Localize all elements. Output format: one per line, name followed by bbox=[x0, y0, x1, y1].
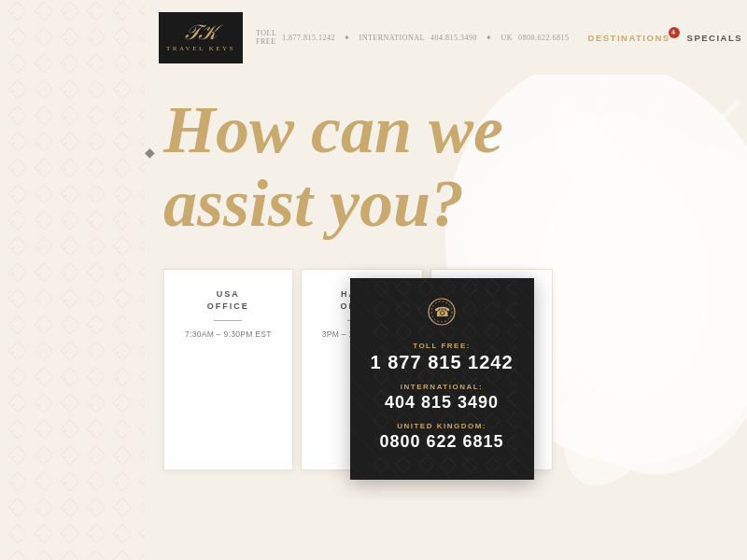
uk-number: 0800.622.6815 bbox=[518, 34, 570, 42]
logo[interactable]: 𝒯𝒦 TRAVEL KEYS bbox=[159, 12, 243, 63]
main-nav: DESTINATIONS 4 SPECIALS ABOUT US CONTACT… bbox=[588, 27, 747, 48]
nav-specials[interactable]: SPECIALS bbox=[687, 33, 743, 43]
hero-line1: How can we bbox=[163, 93, 747, 167]
logo-text: TRAVEL KEYS bbox=[166, 45, 235, 52]
toll-free-number: 1.877.815.1242 bbox=[282, 34, 335, 42]
intl-number: 404.815.3490 bbox=[430, 34, 477, 42]
main-content: How can we assist you? USA OFFICE 7:30AM… bbox=[0, 75, 747, 470]
destinations-badge: 4 bbox=[669, 27, 680, 38]
svg-rect-18 bbox=[366, 278, 517, 480]
phone-card: ☎ TOLL FREE: 1 877 815 1242 INTERNATIONA… bbox=[350, 278, 534, 480]
usa-hours: 7:30AM – 9:30PM EST bbox=[185, 329, 272, 341]
header-phones: TOLL FREE 1.877.815.1242 ✦ INTERNATIONAL… bbox=[256, 29, 570, 46]
separator2: ✦ bbox=[486, 34, 493, 42]
hero-heading: How can we assist you? bbox=[163, 93, 747, 241]
intl-label: INTERNATIONAL bbox=[359, 34, 426, 42]
header: 𝒯𝒦 TRAVEL KEYS TOLL FREE 1.877.815.1242 … bbox=[0, 0, 747, 75]
usa-office-title: USA OFFICE bbox=[185, 288, 272, 312]
separator1: ✦ bbox=[344, 34, 351, 42]
offices-row: USA OFFICE 7:30AM – 9:30PM EST HAWAII OF… bbox=[163, 269, 747, 470]
logo-icon: 𝒯𝒦 bbox=[184, 22, 218, 43]
toll-free-label: TOLL FREE bbox=[256, 29, 276, 46]
hero-line2: assist you? bbox=[163, 167, 747, 241]
usa-divider bbox=[214, 320, 242, 321]
nav-destinations[interactable]: DESTINATIONS 4 bbox=[588, 33, 670, 43]
uk-label: UK bbox=[501, 34, 514, 42]
usa-office-card[interactable]: USA OFFICE 7:30AM – 9:30PM EST bbox=[163, 269, 293, 470]
diamond-bullet-icon: ◆ bbox=[145, 145, 155, 161]
